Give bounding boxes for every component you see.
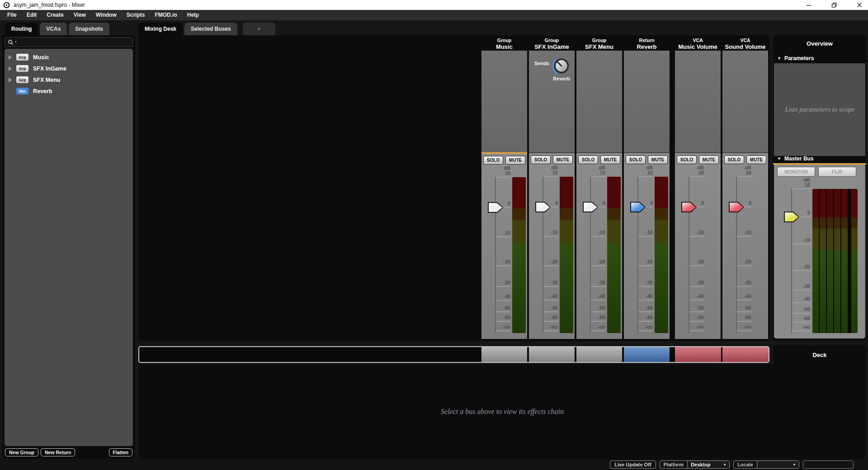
- menu-item-window[interactable]: Window: [91, 10, 122, 20]
- parameters-section-header[interactable]: ▼Parameters: [773, 53, 866, 63]
- tab-selected-buses[interactable]: Selected Buses: [184, 23, 237, 35]
- solo-mute-row: SOLOMUTE: [675, 155, 721, 164]
- scale-tick-label: -10: [683, 230, 704, 235]
- minimize-button[interactable]: [806, 2, 812, 8]
- scale-tick-label: -20: [683, 259, 704, 264]
- scale-tick: [638, 330, 653, 331]
- scale-tick: [689, 311, 704, 312]
- strip-name-label: SFX InGame: [529, 43, 575, 50]
- grp-badge: Grp: [16, 54, 28, 61]
- scale-tick-label: -50: [683, 305, 704, 310]
- meter-channel-bar: [841, 189, 848, 333]
- scale-tick: [496, 300, 510, 301]
- mute-button[interactable]: MUTE: [746, 155, 766, 164]
- expander-icon[interactable]: [9, 78, 12, 82]
- flip-button[interactable]: FLIP: [818, 167, 856, 177]
- solo-mute-row: SOLOMUTE: [529, 155, 575, 164]
- menu-item-edit[interactable]: Edit: [22, 10, 42, 20]
- flatten-button[interactable]: Flatten: [109, 448, 132, 456]
- tab-new[interactable]: +: [243, 23, 275, 35]
- menu-item-scripts[interactable]: Scripts: [122, 10, 150, 20]
- scale-tick: [792, 244, 811, 244]
- expander-icon[interactable]: [9, 66, 12, 71]
- expander-icon[interactable]: [9, 55, 12, 60]
- scale-tick-label: -40: [784, 296, 810, 301]
- new-group-button[interactable]: New Group: [5, 448, 38, 456]
- menu-item-file[interactable]: File: [2, 10, 22, 20]
- live-update-button[interactable]: Live Update Off: [610, 461, 656, 469]
- send-target-label: Reverb: [547, 76, 576, 81]
- monitor-button[interactable]: MONITOR: [777, 167, 815, 177]
- deck-ribbon-sound-volume[interactable]: [722, 347, 769, 362]
- meter-channel-bar: [851, 189, 858, 333]
- tree-item-sfx-ingame[interactable]: GrpSFX InGame: [5, 63, 133, 74]
- search-input[interactable]: [18, 39, 130, 45]
- solo-button[interactable]: SOLO: [531, 155, 551, 164]
- mute-button[interactable]: MUTE: [648, 155, 668, 164]
- scale-tick: [737, 236, 751, 237]
- scale-tick-label: -oo: [537, 324, 558, 329]
- solo-button[interactable]: SOLO: [626, 155, 646, 164]
- menu-item-create[interactable]: Create: [42, 10, 68, 20]
- overview-title: Overview: [773, 35, 866, 51]
- scale-tick: [689, 321, 704, 322]
- tree-item-music[interactable]: GrpMusic: [5, 52, 133, 63]
- locale-dropdown[interactable]: ▼: [757, 461, 799, 468]
- platform-dropdown[interactable]: Desktop▼: [688, 461, 729, 468]
- menu-bar: FileEditCreateViewWindowScriptsFMOD.ioHe…: [0, 10, 868, 20]
- tree-item-reverb[interactable]: RtnReverb: [5, 85, 133, 97]
- strip-fader-section: SOLOMUTEdB100-10-20-30-40-50-60-oo: [675, 152, 721, 339]
- mute-button[interactable]: MUTE: [600, 155, 620, 164]
- level-meter: [812, 189, 858, 333]
- search-box[interactable]: ▾: [5, 37, 133, 47]
- platform-label: Platform: [660, 461, 688, 468]
- menu-item-help[interactable]: Help: [182, 10, 204, 20]
- scale-tick-label: -20: [784, 264, 810, 269]
- menu-item-fmod-io[interactable]: FMOD.io: [150, 10, 182, 20]
- search-options-caret-icon[interactable]: ▾: [15, 37, 17, 47]
- scale-tick-label: -60: [490, 315, 510, 320]
- parameters-body: Lists parameters in scope: [774, 63, 865, 156]
- scale-tick-label: -40: [731, 293, 751, 299]
- scale-tick: [591, 265, 605, 266]
- tree-item-sfx-menu[interactable]: GrpSFX Menu: [5, 74, 133, 85]
- strip-fader-section: SOLOMUTEdB100-10-20-30-40-50-60-oo: [529, 152, 575, 339]
- solo-button[interactable]: SOLO: [724, 155, 744, 164]
- strip-header: GroupSFX Menu: [576, 36, 622, 51]
- strip-name-label: Sound Volume: [722, 43, 768, 50]
- scale-tick: [792, 330, 811, 331]
- scale-tick: [591, 286, 605, 287]
- deck-ribbon-music-volume[interactable]: [675, 347, 721, 362]
- scale-tick: [496, 236, 510, 237]
- browser-body: ▾ GrpMusicGrpSFX InGameGrpSFX MenuRtnRev…: [2, 35, 135, 459]
- tab-snapshots[interactable]: Snapshots: [69, 23, 109, 35]
- scale-tick: [496, 177, 510, 178]
- level-meter: [512, 177, 526, 333]
- tab-routing[interactable]: Routing: [5, 23, 38, 35]
- mute-button[interactable]: MUTE: [699, 155, 719, 164]
- deck-ribbon-sfx-menu[interactable]: [576, 347, 622, 362]
- tab-vcas[interactable]: VCAs: [40, 23, 67, 35]
- master-bus-section-header[interactable]: ▼Master Bus: [773, 154, 866, 164]
- scale-tick-label: 10: [537, 170, 558, 175]
- scale-tick: [689, 300, 704, 301]
- restore-button[interactable]: [831, 2, 837, 8]
- mute-button[interactable]: MUTE: [553, 155, 573, 164]
- menu-item-view[interactable]: View: [69, 10, 91, 20]
- parameters-header-label: Parameters: [784, 55, 814, 61]
- deck-ribbon-reverb[interactable]: [624, 347, 670, 362]
- solo-button[interactable]: SOLO: [483, 156, 503, 164]
- solo-button[interactable]: SOLO: [677, 155, 697, 164]
- mute-button[interactable]: MUTE: [505, 156, 525, 164]
- scale-tick: [591, 330, 605, 331]
- tab-mixing-desk[interactable]: Mixing Desk: [138, 23, 183, 35]
- deck-ribbon-sfx-ingame[interactable]: [529, 347, 575, 362]
- new-return-button[interactable]: New Return: [41, 448, 75, 456]
- strip-fader-section: SOLOMUTEdB100-10-20-30-40-50-60-oo: [481, 152, 527, 339]
- deck-ribbon-music[interactable]: [481, 347, 527, 362]
- send-knob[interactable]: [552, 56, 571, 76]
- solo-button[interactable]: SOLO: [578, 155, 598, 164]
- close-button[interactable]: [856, 2, 863, 8]
- scale-tick-label: 10: [683, 170, 704, 175]
- scale-tick-label: -30: [585, 280, 605, 285]
